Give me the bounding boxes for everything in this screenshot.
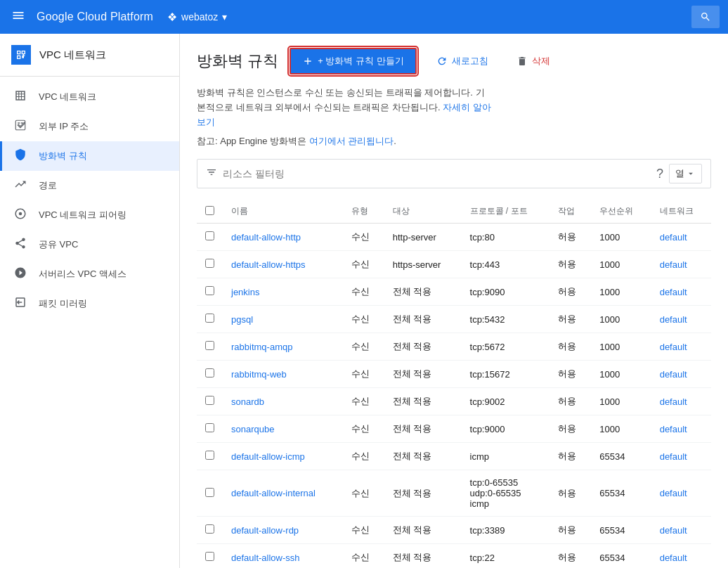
row-target-1: https-server [384, 251, 462, 278]
rule-name-link-4[interactable]: rabbitmq-amqp [231, 342, 292, 352]
network-link-9[interactable]: default [660, 488, 687, 498]
search-button[interactable] [691, 6, 720, 28]
row-checkbox-11[interactable] [205, 552, 214, 561]
row-checkbox-6[interactable] [205, 396, 214, 405]
network-link-4[interactable]: default [660, 342, 687, 352]
network-link-8[interactable]: default [660, 451, 687, 462]
rule-name-link-5[interactable]: rabbitmq-web [231, 369, 287, 380]
rule-name-link-6[interactable]: sonardb [231, 396, 264, 407]
row-action-6: 허용 [550, 388, 591, 415]
row-checkbox-10[interactable] [205, 524, 214, 534]
sidebar-item-label-routes: 경로 [39, 179, 57, 192]
row-checkbox-8[interactable] [205, 451, 214, 460]
sidebar-header: VPC 네트워크 [0, 34, 179, 77]
refresh-button[interactable]: 새로고침 [428, 49, 497, 73]
network-link-0[interactable]: default [660, 232, 687, 243]
rule-name-link-9[interactable]: default-allow-internal [231, 488, 316, 498]
header-type: 유형 [343, 200, 384, 224]
row-network-2: default [651, 278, 711, 306]
row-type-4: 수신 [343, 333, 384, 361]
table-row: default-allow-internal 수신 전체 적용 tcp:0-65… [197, 470, 711, 517]
row-checkbox-4[interactable] [205, 341, 214, 350]
app-engine-link[interactable]: 여기에서 관리됩니다 [309, 136, 394, 146]
network-link-1[interactable]: default [660, 259, 687, 270]
row-priority-11: 65534 [591, 544, 651, 568]
row-checkbox-cell [197, 278, 223, 306]
learn-more-link[interactable]: 자세히 알아보기 [197, 102, 491, 127]
sidebar-item-vpc-network[interactable]: VPC 네트워크 [0, 82, 179, 112]
sidebar-item-label-vpc-peering: VPC 네트워크 피어링 [39, 209, 126, 221]
page-header: 방화벽 규칙 + 방화벽 규칙 만들기 새로고침 삭제 [197, 48, 711, 75]
filter-bar: ? 열 [197, 159, 711, 188]
network-link-10[interactable]: default [660, 525, 687, 536]
rule-name-link-0[interactable]: default-allow-http [231, 232, 301, 243]
row-protocol-5: tcp:15672 [462, 361, 550, 388]
app-title: Google Cloud Platform [37, 11, 153, 23]
top-nav: Google Cloud Platform ❖ webatoz ▾ [0, 0, 728, 34]
rule-name-link-8[interactable]: default-allow-icmp [231, 451, 305, 462]
row-target-3: 전체 적용 [384, 306, 462, 333]
rule-name-link-1[interactable]: default-allow-https [231, 259, 306, 270]
row-checkbox-cell [197, 306, 223, 333]
table-row: sonarqube 수신 전체 적용 tcp:9000 허용 1000 defa… [197, 415, 711, 443]
row-checkbox-5[interactable] [205, 368, 214, 377]
columns-label: 열 [675, 167, 684, 180]
firewall-icon [13, 148, 27, 164]
create-firewall-rule-button[interactable]: + 방화벽 규칙 만들기 [290, 48, 416, 75]
row-checkbox-1[interactable] [205, 259, 214, 268]
vpc-network-icon [13, 89, 27, 105]
row-network-7: default [651, 415, 711, 443]
filter-input[interactable] [223, 168, 651, 179]
header-action: 작업 [550, 200, 591, 224]
rule-name-link-7[interactable]: sonarqube [231, 424, 274, 434]
row-checkbox-9[interactable] [205, 488, 214, 497]
network-link-5[interactable]: default [660, 369, 687, 380]
serverless-vpc-icon [13, 266, 27, 282]
rule-name-link-2[interactable]: jenkins [231, 287, 259, 297]
external-ip-icon [13, 119, 27, 134]
row-protocol-6: tcp:9002 [462, 388, 550, 415]
row-protocol-9: tcp:0-65535 udp:0-65535 icmp [462, 470, 550, 517]
columns-button[interactable]: 열 [669, 164, 702, 183]
select-all-checkbox[interactable] [205, 206, 214, 215]
rule-name-link-11[interactable]: default-allow-ssh [231, 553, 300, 563]
header-target: 대상 [384, 200, 462, 224]
row-type-9: 수신 [343, 470, 384, 517]
row-type-8: 수신 [343, 443, 384, 470]
row-checkbox-2[interactable] [205, 286, 214, 295]
rule-name-link-10[interactable]: default-allow-rdp [231, 525, 299, 536]
sidebar-item-shared-vpc[interactable]: 공유 VPC [0, 230, 179, 259]
header-priority: 우선순위 [591, 200, 651, 224]
row-priority-6: 1000 [591, 388, 651, 415]
network-link-3[interactable]: default [660, 314, 687, 325]
row-name-10: default-allow-rdp [223, 517, 343, 544]
row-checkbox-3[interactable] [205, 314, 214, 323]
network-link-7[interactable]: default [660, 424, 687, 434]
row-priority-8: 65534 [591, 443, 651, 470]
sidebar-item-packet-mirror[interactable]: 패킷 미러링 [0, 289, 179, 318]
row-name-5: rabbitmq-web [223, 361, 343, 388]
sidebar-item-external-ip[interactable]: 외부 IP 주소 [0, 112, 179, 141]
row-checkbox-0[interactable] [205, 231, 214, 240]
row-action-4: 허용 [550, 333, 591, 361]
sidebar-item-serverless-vpc[interactable]: 서버리스 VPC 액세스 [0, 259, 179, 289]
sidebar-item-firewall[interactable]: 방화벽 규칙 [0, 141, 179, 171]
network-link-11[interactable]: default [660, 553, 687, 563]
help-icon[interactable]: ? [656, 167, 663, 181]
rule-name-link-3[interactable]: pgsql [231, 314, 253, 325]
row-checkbox-cell [197, 415, 223, 443]
delete-button[interactable]: 삭제 [508, 49, 559, 73]
sidebar-item-vpc-peering[interactable]: VPC 네트워크 피어링 [0, 200, 179, 230]
table-row: default-allow-icmp 수신 전체 적용 icmp 허용 6553… [197, 443, 711, 470]
row-target-8: 전체 적용 [384, 443, 462, 470]
header-protocol: 프로토콜 / 포트 [462, 200, 550, 224]
network-link-2[interactable]: default [660, 287, 687, 297]
sidebar-item-routes[interactable]: 경로 [0, 171, 179, 200]
filter-icon [206, 167, 217, 181]
sidebar-item-label-external-ip: 외부 IP 주소 [39, 120, 89, 133]
table-row: jenkins 수신 전체 적용 tcp:9090 허용 1000 defaul… [197, 278, 711, 306]
project-selector[interactable]: ❖ webatoz ▾ [167, 11, 227, 24]
network-link-6[interactable]: default [660, 396, 687, 407]
menu-icon[interactable] [8, 6, 28, 29]
row-checkbox-7[interactable] [205, 423, 214, 432]
